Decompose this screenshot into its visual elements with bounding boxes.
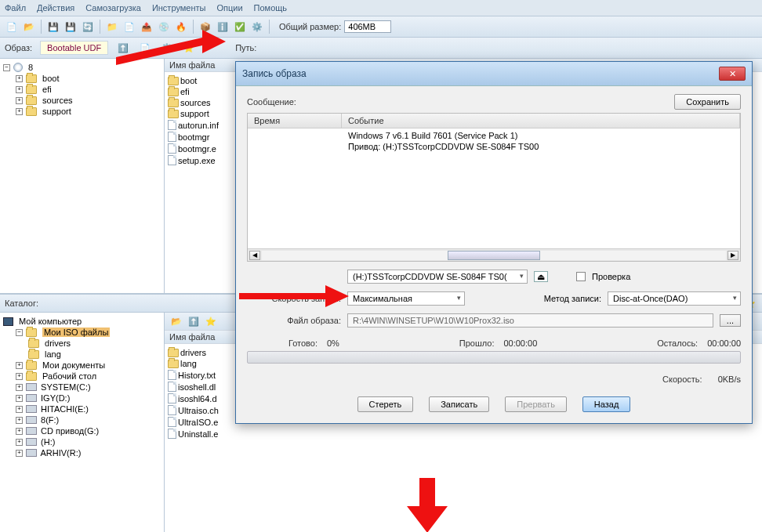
- file-label: Файл образа:: [247, 316, 341, 325]
- up-icon[interactable]: ⬆️: [116, 41, 130, 55]
- tree-item[interactable]: + Мои документы: [3, 360, 161, 371]
- menu-options[interactable]: Опции: [216, 3, 242, 13]
- drive-icon: [26, 427, 37, 435]
- saveas-icon[interactable]: 💾: [64, 20, 78, 34]
- extract-icon[interactable]: 📤: [140, 20, 154, 34]
- folder-icon: [168, 360, 179, 368]
- tree-item[interactable]: + Рабочий стол: [3, 371, 161, 382]
- speed-label: Скорость записи:: [247, 294, 341, 303]
- scroll-left-icon[interactable]: ◀: [249, 251, 260, 260]
- col-time[interactable]: Время: [248, 114, 342, 128]
- tree-item-drive[interactable]: + HITACHI(E:): [3, 404, 161, 414]
- remain-value: 00:00:00: [707, 338, 741, 348]
- file-icon: [168, 155, 176, 165]
- tree-item[interactable]: lang: [3, 349, 161, 360]
- menu-boot[interactable]: Самозагрузка: [85, 3, 141, 13]
- scroll-right-icon[interactable]: ▶: [728, 251, 738, 260]
- back-button[interactable]: Назад: [582, 396, 631, 412]
- event-log: Время Событие Windows 7 v6.1 Build 7601 …: [247, 113, 741, 262]
- info-icon[interactable]: ℹ️: [216, 20, 230, 34]
- compress-icon[interactable]: 📦: [198, 20, 212, 34]
- image-tree-pane: − 8 + boot + efi + sources + support: [0, 59, 165, 293]
- folder-icon: [26, 74, 37, 83]
- total-size-label: Общий размер:: [279, 22, 341, 31]
- file-path-field[interactable]: R:\4WIN\WINSETUP\W10\W10Prox32.iso: [347, 313, 713, 328]
- list-item[interactable]: Uninstall.e: [168, 428, 759, 440]
- check-icon[interactable]: ✅: [233, 20, 247, 34]
- pc-icon: [3, 317, 13, 326]
- browse-button[interactable]: ...: [720, 314, 741, 327]
- tree-item-drive[interactable]: + 8(F:): [3, 414, 161, 425]
- open-icon[interactable]: 📂: [22, 20, 36, 34]
- message-label: Сообщение:: [247, 97, 296, 107]
- scroll-thumb[interactable]: [448, 251, 540, 260]
- drive-combo[interactable]: (H:)TSSTcorpCDDVDW SE-S084F TS0(: [347, 270, 528, 284]
- tree-item-drive[interactable]: + SYSTEM(C:): [3, 382, 161, 393]
- burn-icon[interactable]: 🔥: [174, 20, 188, 34]
- event-row: Windows 7 v6.1 Build 7601 (Service Pack …: [248, 130, 740, 141]
- folder-icon: [168, 88, 179, 96]
- speed-combo[interactable]: Максимальная: [347, 291, 465, 306]
- add-file-icon[interactable]: 📄: [122, 20, 136, 34]
- file-icon: [168, 132, 176, 142]
- erase-button[interactable]: Стереть: [357, 396, 414, 412]
- menu-file[interactable]: Файл: [5, 3, 26, 13]
- tree-item-drive[interactable]: + CD привод(G:): [3, 425, 161, 436]
- bootable-type-button[interactable]: Bootable UDF: [40, 41, 108, 55]
- star-icon[interactable]: ⭐: [182, 41, 196, 55]
- burn-speed-value: 0KB/s: [718, 375, 741, 384]
- add-folder-icon[interactable]: 📁: [105, 20, 119, 34]
- br-up-icon[interactable]: ⬆️: [187, 314, 201, 328]
- close-icon[interactable]: ✕: [719, 67, 746, 81]
- method-combo[interactable]: Disc-at-Once(DAO): [608, 291, 741, 306]
- folder-icon: [26, 96, 37, 105]
- menu-help[interactable]: Помощь: [254, 3, 288, 13]
- new-icon[interactable]: 📄: [5, 20, 19, 34]
- gear-icon[interactable]: ⚙️: [160, 41, 174, 55]
- folder-icon: [168, 110, 179, 118]
- eject-icon[interactable]: ⏏: [534, 271, 548, 282]
- scrollbar-horizontal[interactable]: ◀ ▶: [248, 248, 740, 261]
- br-open-icon[interactable]: 📂: [169, 314, 183, 328]
- tree-item-iso[interactable]: − Мои ISO файлы: [3, 327, 161, 338]
- drive-icon: [26, 449, 37, 457]
- menu-actions[interactable]: Действия: [37, 3, 74, 13]
- col-event[interactable]: Событие: [342, 114, 740, 128]
- tree-item[interactable]: + support: [3, 106, 161, 117]
- tree-root-pc[interactable]: Мой компьютер: [3, 316, 161, 327]
- tree-item[interactable]: drivers: [3, 338, 161, 349]
- save-button[interactable]: Сохранить: [674, 94, 741, 110]
- tree-item[interactable]: + efi: [3, 84, 161, 95]
- tree-item[interactable]: + sources: [3, 95, 161, 106]
- abort-button[interactable]: Прервать: [505, 396, 567, 412]
- folder-icon: [28, 350, 39, 359]
- tree-item-drive[interactable]: + IGY(D:): [3, 393, 161, 404]
- folder-icon: [28, 339, 39, 348]
- method-label: Метод записи:: [544, 294, 601, 303]
- new2-icon[interactable]: 📄: [138, 41, 152, 55]
- menu-tools[interactable]: Инструменты: [152, 3, 206, 13]
- file-icon: [168, 429, 176, 439]
- progress-pct: 0%: [327, 338, 339, 348]
- tree-item-drive[interactable]: + (H:): [3, 436, 161, 447]
- refresh-icon[interactable]: 🔄: [81, 20, 95, 34]
- catalog-tree: Мой компьютер − Мои ISO файлы drivers la…: [0, 313, 165, 532]
- verify-checkbox[interactable]: [576, 272, 586, 281]
- save-icon[interactable]: 💾: [46, 20, 60, 34]
- file-icon: [168, 405, 176, 415]
- burn-button[interactable]: Записать: [429, 396, 489, 412]
- tree-root[interactable]: − 8: [3, 62, 161, 73]
- folder-icon: [168, 99, 179, 107]
- main-toolbar: 📄 📂 💾 💾 🔄 📁 📄 📤 💿 🔥 📦 ℹ️ ✅ ⚙️ Общий разм…: [0, 16, 762, 38]
- folder-icon: [168, 349, 179, 357]
- file-icon: [168, 393, 176, 404]
- burn-speed-label: Скорость:: [662, 375, 702, 384]
- mount-icon[interactable]: 💿: [157, 20, 171, 34]
- total-size-field[interactable]: 406MB: [344, 20, 391, 33]
- tree-item-drive[interactable]: + ARHIV(R:): [3, 447, 161, 458]
- settings-icon[interactable]: ⚙️: [250, 20, 264, 34]
- folder-icon: [26, 328, 37, 337]
- drive-icon: [26, 416, 37, 424]
- br-star-icon[interactable]: ⭐: [204, 314, 218, 328]
- tree-item[interactable]: + boot: [3, 73, 161, 84]
